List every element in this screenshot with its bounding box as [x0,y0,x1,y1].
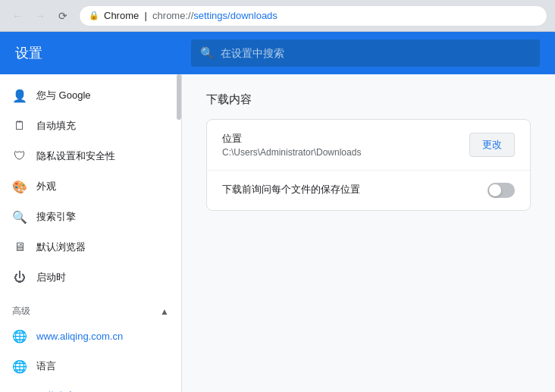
sidebar-label-search: 搜索引擎 [36,210,76,224]
url-path: settings/downloads [193,10,278,21]
advanced-label: 高级 [12,305,30,318]
sidebar-item-appearance[interactable]: 🎨 外观 [0,171,181,202]
appearance-icon: 🎨 [12,179,27,194]
search-icon: 🔍 [200,46,215,60]
back-button[interactable]: ← [8,6,27,26]
settings-page: 设置 🔍 👤 您与 Google 🗒 自动填充 🛡 隐私设置和安全性 🎨 [0,32,555,392]
person-icon: 👤 [12,88,27,103]
nav-buttons: ← → ⟳ [8,6,73,26]
main-content: 下载内容 位置 C:\Users\Administrator\Downloads… [182,74,555,392]
settings-topbar: 设置 🔍 [0,32,555,74]
sidebar-label-website: www.aliqing.com.cn [36,331,123,342]
sidebar-item-privacy[interactable]: 🛡 隐私设置和安全性 [0,141,181,171]
sidebar-label-google: 您与 Google [36,89,91,102]
shield-icon: 🛡 [12,149,27,164]
language-icon: 🌐 [12,359,27,374]
startup-icon: ⏻ [12,270,27,285]
scroll-indicator [177,74,181,120]
sidebar-item-startup[interactable]: ⏻ 启动时 [0,262,181,293]
toggle-thumb [489,184,501,196]
lock-icon: 🔒 [89,11,99,20]
sidebar-item-website[interactable]: 🌐 www.aliqing.com.cn [0,321,181,351]
ask-info: 下载前询问每个文件的保存位置 [222,183,488,198]
change-button[interactable]: 更改 [469,133,515,157]
sidebar-label-appearance: 外观 [36,180,56,193]
sidebar-item-downloads[interactable]: ⬇ 下载内容 [0,381,181,392]
settings-card: 位置 C:\Users\Administrator\Downloads 更改 下… [206,119,531,211]
location-row: 位置 C:\Users\Administrator\Downloads 更改 [207,120,530,171]
search-engine-icon: 🔍 [12,209,27,224]
sidebar-label-startup: 启动时 [36,271,66,284]
sidebar-item-search[interactable]: 🔍 搜索引擎 [0,202,181,232]
sidebar-item-google[interactable]: 👤 您与 Google [0,80,181,111]
chevron-up-icon: ▲ [160,306,169,317]
section-title: 下载内容 [206,93,531,107]
sidebar-label-autofill: 自动填充 [36,119,76,133]
sidebar-label-language: 语言 [36,359,56,373]
url-prefix: chrome:// [152,10,193,21]
location-label: 位置 [222,132,469,146]
ask-row: 下载前询问每个文件的保存位置 [207,171,530,210]
sidebar-label-privacy: 隐私设置和安全性 [36,149,115,163]
sidebar-item-language[interactable]: 🌐 语言 [0,351,181,381]
location-value: C:\Users\Administrator\Downloads [222,147,469,158]
autofill-icon: 🗒 [12,118,27,133]
globe-icon: 🌐 [12,328,27,343]
reload-button[interactable]: ⟳ [53,6,73,26]
settings-title: 设置 [15,44,76,62]
app-name: Chrome [104,10,139,21]
ask-toggle[interactable] [488,183,515,198]
browser-icon: 🖥 [12,240,27,255]
search-input[interactable] [221,47,531,59]
browser-chrome: ← → ⟳ 🔒 Chrome | chrome://settings/downl… [0,0,555,32]
sidebar-item-autofill[interactable]: 🗒 自动填充 [0,111,181,141]
search-box[interactable]: 🔍 [191,39,540,67]
sidebar: 👤 您与 Google 🗒 自动填充 🛡 隐私设置和安全性 🎨 外观 🔍 搜索引… [0,74,182,392]
address-bar[interactable]: 🔒 Chrome | chrome://settings/downloads [79,5,547,27]
sidebar-label-default-browser: 默认浏览器 [36,240,86,254]
sidebar-item-default-browser[interactable]: 🖥 默认浏览器 [0,232,181,262]
advanced-section-title: 高级 ▲ [0,293,181,321]
forward-button[interactable]: → [30,6,50,26]
settings-body: 👤 您与 Google 🗒 自动填充 🛡 隐私设置和安全性 🎨 外观 🔍 搜索引… [0,74,555,392]
address-text: Chrome | chrome://settings/downloads [104,10,538,21]
location-info: 位置 C:\Users\Administrator\Downloads [222,132,469,158]
ask-label: 下载前询问每个文件的保存位置 [222,183,488,196]
download-icon: ⬇ [12,389,27,392]
